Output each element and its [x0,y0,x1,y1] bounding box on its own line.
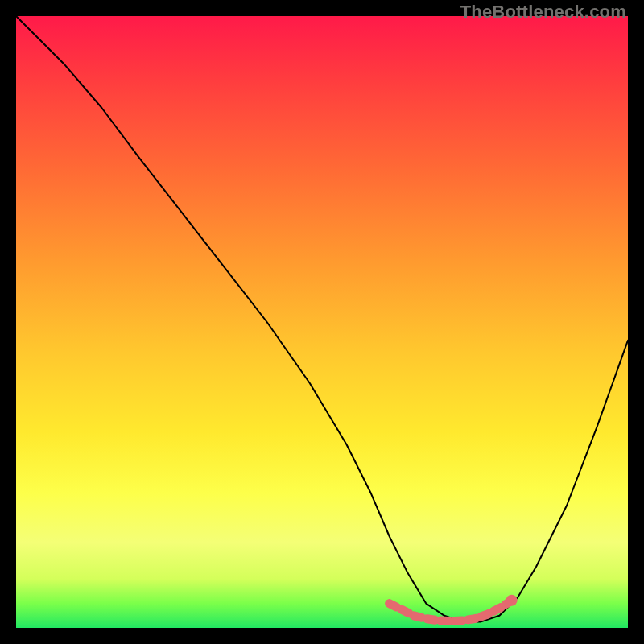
watermark-text: TheBottleneck.com [460,2,626,23]
chart-frame: TheBottleneck.com [0,0,644,644]
chart-svg [16,16,628,628]
highlight-markers [390,595,518,621]
bottleneck-curve [16,16,628,621]
highlight-end-dot [506,595,518,606]
